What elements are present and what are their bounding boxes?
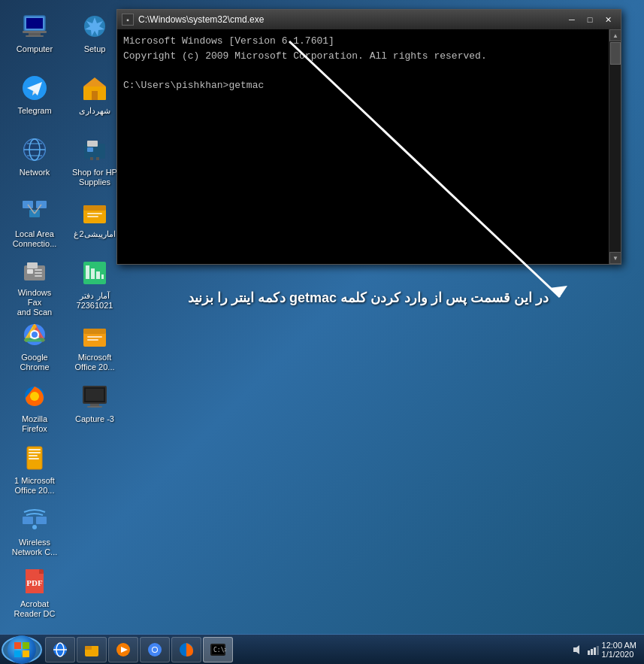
desktop: Computer Telegram — [0, 0, 644, 635]
svg-marker-84 — [573, 645, 579, 654]
desktop-icon-local-area[interactable]: Local AreaConnectio... — [8, 193, 62, 253]
amar-label: آمار دفتر72361021 — [77, 291, 113, 311]
amarpishi-icon — [80, 196, 110, 226]
taskbar-tray: 12:00 AM1/1/2020 — [572, 641, 642, 659]
cmd-maximize-button[interactable]: □ — [582, 13, 598, 26]
taskbar-item-media[interactable] — [108, 637, 138, 662]
desktop-icon-ms-office-1[interactable]: 1 MicrosoftOffice 20... — [8, 439, 62, 499]
desktop-icon-wireless[interactable]: WirelessNetwork C... — [8, 501, 62, 561]
desktop-icon-setup[interactable]: Setup — [68, 8, 122, 68]
svg-rect-59 — [83, 329, 106, 334]
svg-rect-22 — [35, 275, 42, 277]
cmd-title-left: ▪ C:\Windows\system32\cmd.exe — [122, 14, 264, 26]
annotation-text: در این قسمت پس از وارد کردن کلمه getmac … — [116, 290, 620, 306]
google-chrome-icon — [20, 320, 50, 350]
svg-rect-1 — [26, 18, 43, 29]
taskbar-item-firefox[interactable] — [171, 637, 201, 662]
desktop-icon-network[interactable]: Network — [8, 131, 62, 191]
svg-marker-68 — [549, 286, 567, 297]
svg-point-29 — [30, 392, 39, 401]
wireless-label: WirelessNetwork C... — [12, 538, 58, 557]
shop-hp-label: Shop for HPSupplies — [72, 168, 117, 187]
ms-office-2-label: MicrosoftOffice 20... — [75, 353, 115, 372]
network-tray-icon — [587, 644, 599, 656]
scrollbar-down-button[interactable]: ▼ — [609, 252, 621, 264]
cmd-minimize-button[interactable]: ─ — [564, 13, 580, 26]
taskbar-item-chrome[interactable] — [140, 637, 170, 662]
svg-text:C:\>: C:\> — [213, 647, 226, 653]
desktop-icon-telegram[interactable]: Telegram — [8, 69, 62, 129]
desktop-icon-capture[interactable]: Capture -3 — [68, 377, 122, 438]
taskbar-item-ie[interactable] — [45, 637, 75, 662]
svg-rect-32 — [29, 452, 41, 453]
mozilla-firefox-icon — [20, 381, 50, 411]
volume-icon — [572, 644, 584, 656]
desktop-icon-amar[interactable]: آمار دفتر72361021 — [68, 254, 122, 314]
svg-rect-35 — [23, 517, 33, 524]
annotation-overlay: در این قسمت پس از وارد کردن کلمه getmac … — [116, 267, 620, 342]
svg-rect-86 — [591, 649, 593, 655]
svg-rect-46 — [87, 147, 93, 152]
cmd-content[interactable]: Microsoft Windows [Version 6.1.7601] Cop… — [117, 29, 609, 264]
svg-rect-57 — [101, 274, 104, 279]
svg-rect-85 — [588, 650, 590, 655]
scrollbar-up-button[interactable]: ▲ — [609, 29, 621, 41]
desktop-icon-acrobat[interactable]: PDF AcrobatReader DC — [8, 562, 62, 623]
windows-fax-icon — [20, 258, 50, 285]
computer-icon — [20, 11, 50, 41]
cmd-line1: Microsoft Windows [Version 6.1.7601] — [123, 34, 603, 49]
svg-rect-60 — [87, 336, 102, 338]
svg-rect-66 — [87, 406, 102, 408]
svg-rect-33 — [29, 455, 38, 456]
scrollbar-track — [609, 41, 621, 252]
svg-rect-87 — [594, 647, 596, 655]
svg-rect-74 — [92, 646, 98, 650]
svg-rect-61 — [87, 339, 98, 341]
cmd-scrollbar[interactable]: ▲ ▼ — [609, 29, 621, 264]
desktop-icon-shahrdari[interactable]: شهرداری — [68, 69, 122, 129]
start-button[interactable] — [2, 636, 42, 663]
svg-rect-52 — [87, 216, 98, 217]
taskbar-item-cmd[interactable]: C:\> — [203, 637, 233, 662]
cmd-titlebar[interactable]: ▪ C:\Windows\system32\cmd.exe ─ □ ✕ — [117, 10, 621, 29]
taskbar-item-explorer[interactable] — [77, 637, 107, 662]
cmd-title-text: C:\Windows\system32\cmd.exe — [138, 14, 264, 25]
desktop-icon-shop-hp[interactable]: Shop for HPSupplies — [68, 131, 122, 191]
shahrdari-label: شهرداری — [79, 106, 110, 116]
svg-rect-56 — [96, 271, 100, 279]
svg-rect-73 — [85, 646, 92, 650]
desktop-icon-mozilla-firefox[interactable]: MozillaFirefox — [8, 377, 62, 438]
svg-marker-42 — [83, 77, 106, 86]
desktop-icon-ms-office-2[interactable]: MicrosoftOffice 20... — [68, 316, 122, 376]
svg-rect-18 — [27, 262, 38, 268]
cmd-line3 — [123, 63, 603, 78]
desktop-icon-amarpishi[interactable]: امارپیشی2غ — [68, 193, 122, 253]
svg-rect-43 — [92, 91, 98, 100]
svg-point-79 — [153, 647, 157, 652]
desktop-icon-computer[interactable]: Computer — [8, 8, 62, 68]
network-label: Network — [20, 168, 50, 177]
local-area-label: Local AreaConnectio... — [13, 229, 57, 249]
local-area-icon — [20, 196, 50, 226]
svg-rect-50 — [83, 205, 106, 211]
svg-rect-64 — [86, 389, 104, 401]
svg-rect-21 — [35, 272, 42, 274]
desktop-icon-google-chrome[interactable]: GoogleChrome — [8, 316, 62, 376]
computer-label: Computer — [17, 44, 53, 54]
capture-icon — [80, 381, 110, 411]
svg-point-27 — [32, 332, 38, 338]
cmd-close-button[interactable]: ✕ — [600, 13, 616, 26]
shahrdari-icon — [80, 73, 110, 103]
cmd-body: Microsoft Windows [Version 6.1.7601] Cop… — [117, 29, 621, 264]
scrollbar-thumb[interactable] — [610, 42, 621, 65]
ms-office-1-label: 1 MicrosoftOffice 20... — [14, 476, 55, 496]
acrobat-label: AcrobatReader DC — [14, 599, 55, 619]
svg-point-37 — [32, 525, 37, 529]
svg-rect-55 — [91, 268, 95, 279]
svg-rect-45 — [87, 141, 98, 147]
svg-rect-34 — [29, 458, 39, 459]
desktop-icon-windows-fax[interactable]: Windows Faxand Scan — [8, 254, 62, 314]
telegram-icon — [20, 73, 50, 103]
setup-label: Setup — [84, 44, 106, 54]
ms-office-1-icon — [20, 443, 50, 473]
